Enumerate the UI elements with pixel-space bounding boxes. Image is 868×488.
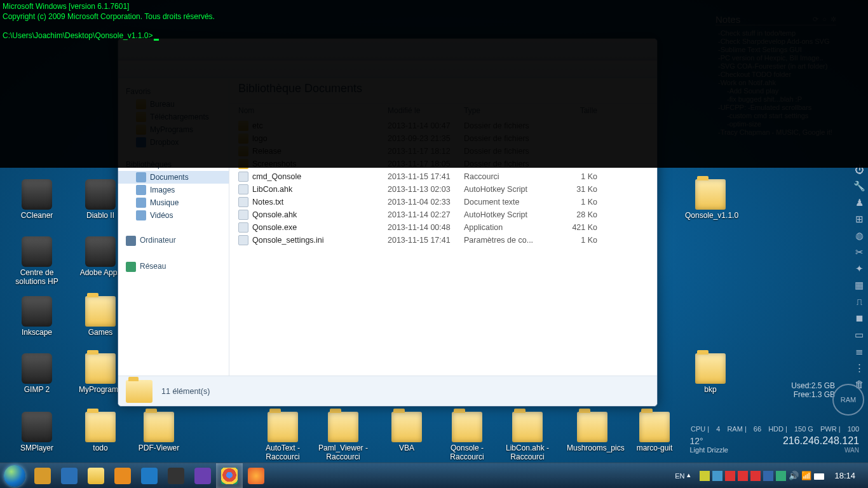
folder-icon xyxy=(144,412,174,442)
console-overlay[interactable]: Microsoft Windows [version 6.1.7601] Cop… xyxy=(0,0,868,168)
chrome-icon xyxy=(221,468,238,484)
clock[interactable]: 18:14 xyxy=(827,471,863,480)
nav-videos[interactable]: Vidéos xyxy=(118,209,229,222)
taskbar-app[interactable] xyxy=(29,463,56,489)
file-row[interactable]: cmd_Qonsole 2013-11-15 17:41 Raccourci 1… xyxy=(229,170,657,183)
windows-icon[interactable]: ⊞ xyxy=(853,214,865,226)
desktop-icon[interactable]: todo xyxy=(75,412,126,452)
taskbar-chrome[interactable] xyxy=(216,463,243,489)
console-prompt[interactable]: C:\Users\Joachim\Desktop\Qonsole_v1.1.0> xyxy=(3,30,865,41)
file-date: 2013-11-14 00:48 xyxy=(388,223,464,232)
list-icon[interactable]: ≣ xyxy=(853,346,865,358)
folder-icon xyxy=(639,412,670,442)
desktop-icon[interactable]: SMPlayer xyxy=(11,412,62,452)
app-icon xyxy=(22,236,52,267)
app-icon xyxy=(22,353,52,384)
nav-reseau[interactable]: Réseau xyxy=(118,257,229,274)
cut-icon[interactable]: ✂ xyxy=(853,247,865,259)
grid-icon[interactable]: ▦ xyxy=(853,280,865,292)
file-name: LibCon.ahk xyxy=(252,185,292,194)
folder-icon xyxy=(328,412,358,442)
tray-icon[interactable] xyxy=(763,471,773,481)
nav-ordinateur[interactable]: Ordinateur xyxy=(118,231,229,248)
file-row[interactable]: Qonsole_settings.ini 2013-11-15 17:41 Pa… xyxy=(229,234,657,247)
volume-icon[interactable]: 🔊 xyxy=(789,471,799,481)
file-name: Qonsole.exe xyxy=(252,223,297,232)
desktop-icon[interactable]: Inkscape xyxy=(11,296,62,337)
app-icon xyxy=(85,236,116,267)
tray-icon[interactable] xyxy=(700,471,710,481)
taskbar-music[interactable] xyxy=(136,463,163,489)
desktop-icon[interactable]: Centre de solutions HP xyxy=(11,236,62,286)
file-name: Notes.txt xyxy=(252,198,283,207)
nav-musique[interactable]: Musique xyxy=(118,196,229,209)
media-icon xyxy=(114,468,131,484)
desktop-icon[interactable]: bkp xyxy=(685,353,736,394)
nav-images[interactable]: Images xyxy=(118,184,229,196)
file-row[interactable]: LibCon.ahk 2013-11-13 02:03 AutoHotkey S… xyxy=(229,183,657,196)
file-size: 421 Ko xyxy=(553,223,597,232)
file-size: 1 Ko xyxy=(553,198,597,207)
taskbar-app[interactable] xyxy=(189,463,216,489)
desktop-icon[interactable]: AutoText - Raccourci xyxy=(257,412,308,461)
lock-icon[interactable]: ⏹ xyxy=(853,313,865,325)
desktop-icon[interactable]: Qonsole_v1.1.0 xyxy=(685,179,736,220)
wrench-icon[interactable]: 🔧 xyxy=(853,180,865,193)
person-icon[interactable]: ♟ xyxy=(853,197,865,210)
tray-icon[interactable] xyxy=(738,471,748,481)
document-icon[interactable]: ▭ xyxy=(853,329,865,342)
tray-icon[interactable] xyxy=(712,471,722,481)
icon-label: Qonsole_v1.1.0 xyxy=(685,211,736,220)
app-icon xyxy=(85,179,116,210)
icon-label: todo xyxy=(75,444,126,452)
battery-icon[interactable] xyxy=(814,473,824,480)
dots-icon[interactable]: ⋮ xyxy=(853,362,865,375)
desktop-icon[interactable]: marco-guit xyxy=(629,412,680,452)
taskbar-media[interactable] xyxy=(109,463,136,489)
desktop-icon[interactable]: Paml_Viewer - Raccourci xyxy=(318,412,369,461)
app-icon xyxy=(22,296,52,327)
network-icon[interactable]: 📶 xyxy=(801,471,811,481)
taskbar-app[interactable] xyxy=(163,463,189,489)
taskbar-app[interactable] xyxy=(56,463,83,489)
desktop-icon[interactable]: Mushrooms_pics xyxy=(567,412,618,452)
desktop-icon[interactable]: GIMP 2 xyxy=(11,353,62,394)
star-icon[interactable]: ✦ xyxy=(853,263,865,276)
file-name: cmd_Qonsole xyxy=(252,172,301,181)
nav-documents[interactable]: Documents xyxy=(118,171,229,184)
chevron-up-icon[interactable]: ▴ xyxy=(687,471,697,481)
app-icon xyxy=(61,468,78,484)
rss-icon[interactable]: ⎍ xyxy=(853,296,865,309)
tray-icon[interactable] xyxy=(725,471,735,481)
lang-indicator[interactable]: EN xyxy=(675,472,684,480)
file-date: 2013-11-14 02:27 xyxy=(388,210,464,219)
file-type: Raccourci xyxy=(464,172,553,181)
file-size: 1 Ko xyxy=(553,236,597,245)
taskbar-explorer[interactable] xyxy=(83,463,109,489)
computer-icon xyxy=(126,236,136,246)
file-type: AutoHotkey Script xyxy=(464,210,553,219)
desktop-icon[interactable]: CCleaner xyxy=(11,179,62,220)
console-line: Microsoft Windows [version 6.1.7601] xyxy=(3,1,865,11)
app-icon xyxy=(22,412,52,442)
file-row[interactable]: Notes.txt 2013-11-04 02:33 Document text… xyxy=(229,196,657,208)
file-icon xyxy=(238,235,248,245)
tray-icon[interactable] xyxy=(776,471,786,481)
file-icon xyxy=(238,210,248,220)
file-icon xyxy=(238,197,248,207)
file-row[interactable]: Qonsole.ahk 2013-11-14 02:27 AutoHotkey … xyxy=(229,208,657,221)
firefox-icon xyxy=(248,468,264,484)
music-icon xyxy=(141,468,158,484)
file-row[interactable]: Qonsole.exe 2013-11-14 00:48 Application… xyxy=(229,221,657,234)
desktop-icon[interactable]: VBA xyxy=(381,412,432,452)
taskbar-firefox[interactable] xyxy=(243,463,269,489)
folder-icon xyxy=(695,353,726,384)
desktop-icon[interactable]: Qonsole - Raccourci xyxy=(442,412,492,461)
start-button[interactable] xyxy=(0,463,29,489)
tray-icon[interactable] xyxy=(750,471,761,481)
desktop-icon[interactable]: PDF-Viewer xyxy=(133,412,184,452)
desktop-icon[interactable]: LibCon.ahk - Raccourci xyxy=(502,412,553,461)
globe-icon[interactable]: ◍ xyxy=(853,230,865,243)
images-icon xyxy=(136,185,146,195)
ram-circle: RAM xyxy=(832,384,864,416)
